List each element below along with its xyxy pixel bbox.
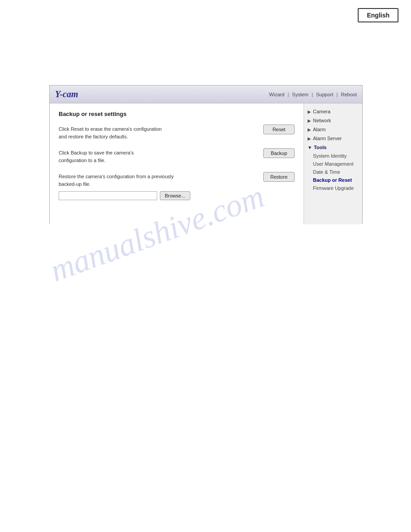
ycam-logo: Y-cam <box>55 89 78 99</box>
nav-reboot[interactable]: Reboot <box>341 92 357 97</box>
main-panel: Backup or reset settings Click Reset to … <box>50 103 304 224</box>
sidebar-item-label: Network <box>313 118 331 123</box>
ui-content: Backup or reset settings Click Reset to … <box>50 103 362 224</box>
backup-description: Click Backup to save the camera's config… <box>59 148 256 164</box>
sidebar-sub-backup-reset[interactable]: Backup or Reset <box>304 176 362 184</box>
backup-button[interactable]: Backup <box>263 148 295 158</box>
sidebar-item-alarm[interactable]: ▶ Alarm <box>304 125 362 134</box>
sidebar-sub-firmware-upgrade[interactable]: Firmware Upgrade <box>304 184 362 192</box>
alarm-arrow-icon: ▶ <box>308 127 311 132</box>
alarm-server-arrow-icon: ▶ <box>308 136 311 141</box>
sidebar-item-label: Tools <box>314 145 327 150</box>
browse-row: Browse... <box>59 191 295 200</box>
reset-button[interactable]: Reset <box>263 124 295 134</box>
sidebar-item-label: Camera <box>313 109 330 114</box>
restore-description: Restore the camera's configuration from … <box>59 172 256 188</box>
english-language-button[interactable]: English <box>358 8 398 22</box>
reset-row: Click Reset to erase the camera's config… <box>59 124 295 140</box>
restore-row: Restore the camera's configuration from … <box>59 172 295 188</box>
sidebar-item-label: Alarm Server <box>313 136 342 141</box>
sidebar-item-network[interactable]: ▶ Network <box>304 116 362 125</box>
network-arrow-icon: ▶ <box>308 118 311 123</box>
nav-wizard[interactable]: Wizard <box>269 92 284 97</box>
nav-system[interactable]: System <box>292 92 308 97</box>
sidebar-item-camera[interactable]: ▶ Camera <box>304 107 362 116</box>
sidebar-item-tools[interactable]: ▼ Tools <box>304 143 362 152</box>
sidebar-item-label: Alarm <box>313 127 326 132</box>
sidebar: ▶ Camera ▶ Network ▶ Alarm ▶ Alarm Serve… <box>304 103 362 224</box>
restore-button[interactable]: Restore <box>263 172 295 182</box>
sidebar-item-alarm-server[interactable]: ▶ Alarm Server <box>304 134 362 143</box>
sidebar-sub-user-management[interactable]: User Management <box>304 160 362 168</box>
sidebar-sub-system-identity[interactable]: System Identity <box>304 152 362 160</box>
browse-button[interactable]: Browse... <box>160 191 190 200</box>
backup-row: Click Backup to save the camera's config… <box>59 148 295 164</box>
tools-arrow-icon: ▼ <box>308 145 312 150</box>
camera-arrow-icon: ▶ <box>308 109 311 114</box>
nav-links: Wizard | System | Support | Reboot <box>269 92 357 97</box>
browse-file-input[interactable] <box>59 191 157 200</box>
nav-support[interactable]: Support <box>316 92 334 97</box>
camera-ui-panel: Y-cam Wizard | System | Support | Reboot… <box>49 85 363 224</box>
section-title: Backup or reset settings <box>59 111 295 117</box>
ui-header: Y-cam Wizard | System | Support | Reboot <box>50 86 362 103</box>
reset-description: Click Reset to erase the camera's config… <box>59 124 256 140</box>
sidebar-sub-date-time[interactable]: Date & Time <box>304 168 362 176</box>
